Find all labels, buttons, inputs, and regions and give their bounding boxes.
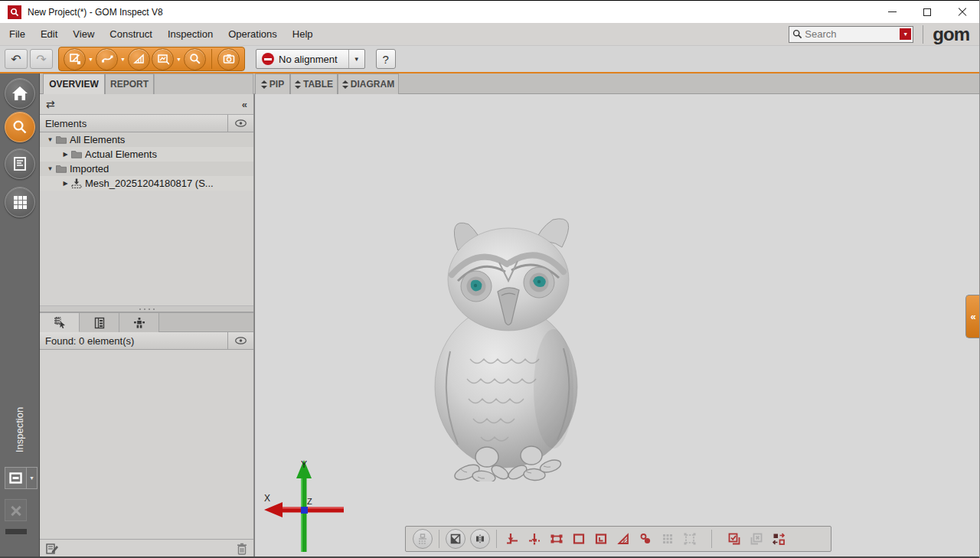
menu-view[interactable]: View [65, 24, 102, 44]
remove-button-disabled[interactable] [5, 499, 27, 521]
inspection-label: Inspection [15, 406, 26, 452]
collapse-panel-icon[interactable]: « [242, 99, 247, 110]
tab-pip[interactable]: PIP [255, 73, 290, 94]
tree-item-actual-elements[interactable]: ▶ Actual Elements [40, 147, 253, 162]
report-page-button[interactable] [5, 148, 35, 179]
minimize-button[interactable] [874, 1, 910, 23]
tab-element-dependencies[interactable] [119, 312, 159, 332]
report-tool-button[interactable] [152, 48, 174, 70]
rectangle-selection-button[interactable] [567, 529, 590, 549]
alignment-dropdown[interactable]: ▼ [348, 50, 364, 68]
mirror-selection-button[interactable] [470, 529, 490, 549]
swap-panels-icon[interactable]: ⇄ [46, 98, 55, 110]
apps-grid-button[interactable] [5, 187, 35, 217]
search-input[interactable] [805, 28, 900, 40]
trash-icon[interactable] [237, 543, 247, 555]
panel-splitter[interactable] [40, 305, 253, 312]
rectangle-selection-handles-button[interactable] [545, 529, 567, 549]
tab-element-properties[interactable] [80, 312, 119, 332]
undo-button[interactable]: ↶ [5, 49, 28, 69]
invert-selection-button[interactable] [767, 529, 789, 549]
3d-viewport[interactable]: Y X Z « [254, 94, 980, 558]
tab-overview[interactable]: OVERVIEW [43, 73, 105, 94]
close-icon [958, 8, 967, 17]
bounding-box-icon [9, 472, 22, 484]
menu-file[interactable]: File [2, 24, 33, 44]
close-button[interactable] [945, 1, 980, 23]
divider [496, 530, 497, 548]
help-button[interactable]: ? [376, 49, 396, 69]
section-tool-dropdown[interactable]: ▼ [119, 57, 127, 62]
tab-table[interactable]: TABLE [290, 73, 338, 94]
element-tree: ▼ All Elements ▶ Actual Elements ▼ Impor… [40, 132, 253, 191]
x-icon [11, 505, 21, 516]
fixture-button-disabled[interactable] [413, 529, 433, 549]
select-through-surface-button[interactable] [523, 529, 545, 549]
expander-icon[interactable]: ▼ [45, 165, 55, 172]
tree-item-all-elements[interactable]: ▼ All Elements [40, 132, 253, 147]
inspection-mode-button[interactable] [5, 467, 27, 489]
measure-tool-button[interactable] [64, 48, 86, 70]
histogram-tool-button[interactable] [128, 48, 150, 70]
triangle-selection-button[interactable] [612, 529, 634, 549]
tree-item-label: Imported [70, 163, 109, 175]
inspection-section: Inspection [0, 395, 40, 464]
tree-empty-area [40, 191, 253, 305]
grid-selection-button-disabled[interactable] [656, 529, 678, 549]
alignment-combo[interactable]: No alignment ▼ [256, 49, 365, 69]
section-tool-button[interactable] [96, 48, 118, 70]
menu-construct[interactable]: Construct [102, 24, 160, 44]
deselect-all-button-disabled[interactable] [745, 529, 767, 549]
measure-tool-dropdown[interactable]: ▼ [87, 57, 95, 62]
minimize-icon [888, 11, 897, 12]
marquee-selection-button-disabled[interactable] [678, 529, 701, 549]
tab-diagram[interactable]: DIAGRAM [338, 73, 399, 94]
toggle-visibility-button[interactable] [227, 115, 253, 132]
explore-button[interactable] [5, 112, 35, 142]
search-result-tabs [40, 312, 253, 332]
selection-toolbar [405, 526, 831, 552]
title-bar: New Project(*) - GOM Inspect V8 [0, 0, 980, 23]
gom-logo: gom [933, 25, 969, 44]
expander-icon[interactable]: ▶ [60, 180, 70, 187]
search-dropdown-button[interactable]: ▼ [900, 28, 911, 40]
polygon-selection-button[interactable] [590, 529, 612, 549]
point-selection-button[interactable] [634, 529, 656, 549]
expand-right-panel-button[interactable]: « [965, 295, 980, 338]
menu-operations[interactable]: Operations [220, 24, 285, 44]
tree-item-imported[interactable]: ▼ Imported [40, 162, 253, 176]
zoom-tool-button[interactable] [184, 48, 206, 70]
edit-filter-icon[interactable] [46, 543, 59, 555]
toggle-found-visibility-button[interactable] [227, 332, 253, 349]
main-toolbar: ↶ ↷ ▼ ▼ ▼ No alignment ▼ ? [0, 46, 980, 73]
rect-l-icon [594, 532, 608, 546]
expander-icon[interactable]: ▶ [60, 151, 70, 158]
select-all-button[interactable] [723, 529, 745, 549]
inspection-mode-dropdown[interactable]: ▼ [27, 467, 38, 489]
eye-icon [235, 119, 247, 127]
maximize-button[interactable] [910, 1, 945, 23]
axis-gizmo: Y X Z [258, 454, 347, 555]
invert-selection-icon [772, 532, 786, 546]
tab-label: REPORT [110, 79, 149, 90]
tab-label: OVERVIEW [49, 79, 98, 90]
tab-report[interactable]: REPORT [105, 73, 154, 94]
redo-button[interactable]: ↷ [30, 49, 53, 69]
redo-icon: ↷ [36, 52, 46, 67]
figure-icon [133, 317, 145, 329]
menu-help[interactable]: Help [285, 24, 321, 44]
menu-edit[interactable]: Edit [33, 24, 65, 44]
report-tool-dropdown[interactable]: ▼ [175, 57, 183, 62]
owl-mesh-model[interactable] [427, 209, 591, 481]
toggle-surface-selection-button[interactable] [446, 529, 466, 549]
properties-doc-icon [94, 317, 105, 329]
tree-item-mesh[interactable]: ▶ Mesh_20251204180817 (S... [40, 176, 253, 191]
folder-icon [71, 150, 82, 158]
tab-element-selection[interactable] [40, 312, 80, 332]
snapshot-button[interactable] [217, 48, 240, 70]
expander-icon[interactable]: ▼ [45, 136, 55, 143]
dropdown-arrow-icon: ▼ [903, 31, 908, 37]
menu-inspection[interactable]: Inspection [160, 24, 220, 44]
select-on-surface-button[interactable] [501, 529, 523, 549]
home-button[interactable] [5, 78, 35, 109]
